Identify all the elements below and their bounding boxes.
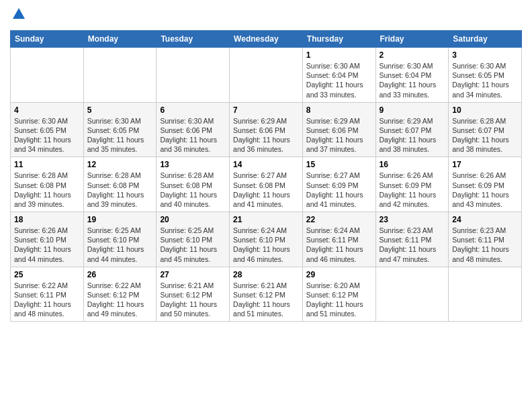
day-info: Sunrise: 6:30 AM Sunset: 6:04 PM Dayligh… [306, 61, 372, 99]
day-number: 4 [14, 105, 80, 115]
day-number: 5 [87, 105, 153, 115]
day-number: 6 [160, 105, 226, 115]
day-info: Sunrise: 6:26 AM Sunset: 6:10 PM Dayligh… [14, 226, 80, 264]
day-number: 26 [87, 270, 153, 279]
day-info: Sunrise: 6:21 AM Sunset: 6:12 PM Dayligh… [160, 281, 226, 319]
day-info: Sunrise: 6:28 AM Sunset: 6:07 PM Dayligh… [452, 116, 518, 154]
day-info: Sunrise: 6:26 AM Sunset: 6:09 PM Dayligh… [452, 171, 518, 209]
day-number: 11 [14, 160, 80, 169]
calendar-cell: 5Sunrise: 6:30 AM Sunset: 6:05 PM Daylig… [83, 102, 157, 157]
calendar-cell: 27Sunrise: 6:21 AM Sunset: 6:12 PM Dayli… [157, 267, 230, 322]
day-number: 20 [160, 215, 226, 224]
calendar-week-row: 11Sunrise: 6:28 AM Sunset: 6:08 PM Dayli… [11, 157, 522, 212]
day-number: 14 [233, 160, 299, 169]
calendar-cell [449, 267, 522, 322]
day-number: 15 [306, 160, 372, 169]
day-number: 2 [380, 50, 445, 60]
day-number: 17 [452, 160, 518, 169]
day-number: 29 [306, 270, 372, 279]
calendar-cell: 9Sunrise: 6:29 AM Sunset: 6:07 PM Daylig… [375, 102, 449, 157]
day-info: Sunrise: 6:22 AM Sunset: 6:11 PM Dayligh… [14, 281, 80, 319]
calendar-header-tuesday: Tuesday [157, 31, 230, 48]
day-number: 18 [14, 215, 80, 224]
day-number: 8 [306, 105, 372, 115]
day-info: Sunrise: 6:25 AM Sunset: 6:10 PM Dayligh… [160, 226, 226, 264]
day-number: 23 [380, 215, 445, 224]
calendar-cell: 18Sunrise: 6:26 AM Sunset: 6:10 PM Dayli… [11, 212, 84, 267]
calendar-cell [375, 267, 449, 322]
day-info: Sunrise: 6:30 AM Sunset: 6:05 PM Dayligh… [452, 61, 518, 99]
calendar-cell: 24Sunrise: 6:23 AM Sunset: 6:11 PM Dayli… [449, 212, 522, 267]
logo [10, 7, 26, 25]
calendar-header-friday: Friday [375, 31, 449, 48]
day-info: Sunrise: 6:30 AM Sunset: 6:05 PM Dayligh… [87, 116, 153, 154]
day-info: Sunrise: 6:27 AM Sunset: 6:09 PM Dayligh… [306, 171, 372, 209]
day-info: Sunrise: 6:22 AM Sunset: 6:12 PM Dayligh… [87, 281, 153, 319]
calendar-cell: 17Sunrise: 6:26 AM Sunset: 6:09 PM Dayli… [449, 157, 522, 212]
day-info: Sunrise: 6:23 AM Sunset: 6:11 PM Dayligh… [380, 226, 445, 264]
calendar-cell: 2Sunrise: 6:30 AM Sunset: 6:04 PM Daylig… [375, 48, 449, 103]
svg-marker-0 [13, 8, 25, 19]
calendar-cell: 6Sunrise: 6:30 AM Sunset: 6:06 PM Daylig… [157, 102, 230, 157]
calendar-cell: 20Sunrise: 6:25 AM Sunset: 6:10 PM Dayli… [157, 212, 230, 267]
calendar-cell: 15Sunrise: 6:27 AM Sunset: 6:09 PM Dayli… [302, 157, 375, 212]
day-info: Sunrise: 6:23 AM Sunset: 6:11 PM Dayligh… [452, 226, 518, 264]
calendar-cell: 14Sunrise: 6:27 AM Sunset: 6:08 PM Dayli… [230, 157, 303, 212]
calendar-table: SundayMondayTuesdayWednesdayThursdayFrid… [10, 30, 522, 322]
calendar-cell: 28Sunrise: 6:21 AM Sunset: 6:12 PM Dayli… [230, 267, 303, 322]
day-info: Sunrise: 6:28 AM Sunset: 6:08 PM Dayligh… [87, 171, 153, 209]
calendar-cell: 11Sunrise: 6:28 AM Sunset: 6:08 PM Dayli… [11, 157, 84, 212]
day-info: Sunrise: 6:29 AM Sunset: 6:06 PM Dayligh… [233, 116, 299, 154]
calendar-header-wednesday: Wednesday [230, 31, 303, 48]
calendar-cell [83, 48, 157, 103]
day-number: 10 [452, 105, 518, 115]
day-number: 7 [233, 105, 299, 115]
calendar-cell: 8Sunrise: 6:29 AM Sunset: 6:06 PM Daylig… [302, 102, 375, 157]
day-number: 21 [233, 215, 299, 224]
day-info: Sunrise: 6:24 AM Sunset: 6:11 PM Dayligh… [306, 226, 372, 264]
day-info: Sunrise: 6:29 AM Sunset: 6:06 PM Dayligh… [306, 116, 372, 154]
calendar-cell: 21Sunrise: 6:24 AM Sunset: 6:10 PM Dayli… [230, 212, 303, 267]
calendar-cell: 13Sunrise: 6:28 AM Sunset: 6:08 PM Dayli… [157, 157, 230, 212]
calendar-week-row: 25Sunrise: 6:22 AM Sunset: 6:11 PM Dayli… [11, 267, 522, 322]
day-number: 9 [380, 105, 445, 115]
calendar-header-row: SundayMondayTuesdayWednesdayThursdayFrid… [11, 31, 522, 48]
day-number: 19 [87, 215, 153, 224]
calendar-cell: 22Sunrise: 6:24 AM Sunset: 6:11 PM Dayli… [302, 212, 375, 267]
day-info: Sunrise: 6:25 AM Sunset: 6:10 PM Dayligh… [87, 226, 153, 264]
calendar-cell: 1Sunrise: 6:30 AM Sunset: 6:04 PM Daylig… [302, 48, 375, 103]
day-number: 25 [14, 270, 80, 279]
calendar-cell: 23Sunrise: 6:23 AM Sunset: 6:11 PM Dayli… [375, 212, 449, 267]
calendar-cell: 7Sunrise: 6:29 AM Sunset: 6:06 PM Daylig… [230, 102, 303, 157]
calendar-cell: 29Sunrise: 6:20 AM Sunset: 6:12 PM Dayli… [302, 267, 375, 322]
calendar-cell [230, 48, 303, 103]
day-number: 28 [233, 270, 299, 279]
day-info: Sunrise: 6:29 AM Sunset: 6:07 PM Dayligh… [380, 116, 445, 154]
day-number: 16 [380, 160, 445, 169]
calendar-cell: 26Sunrise: 6:22 AM Sunset: 6:12 PM Dayli… [83, 267, 157, 322]
day-info: Sunrise: 6:20 AM Sunset: 6:12 PM Dayligh… [306, 281, 372, 319]
page-header [10, 7, 522, 25]
calendar-header-monday: Monday [83, 31, 157, 48]
calendar-cell [157, 48, 230, 103]
day-info: Sunrise: 6:28 AM Sunset: 6:08 PM Dayligh… [160, 171, 226, 209]
day-info: Sunrise: 6:30 AM Sunset: 6:04 PM Dayligh… [380, 61, 445, 99]
calendar-week-row: 18Sunrise: 6:26 AM Sunset: 6:10 PM Dayli… [11, 212, 522, 267]
calendar-cell: 19Sunrise: 6:25 AM Sunset: 6:10 PM Dayli… [83, 212, 157, 267]
day-info: Sunrise: 6:28 AM Sunset: 6:08 PM Dayligh… [14, 171, 80, 209]
day-info: Sunrise: 6:30 AM Sunset: 6:05 PM Dayligh… [14, 116, 80, 154]
day-info: Sunrise: 6:26 AM Sunset: 6:09 PM Dayligh… [380, 171, 445, 209]
calendar-header-thursday: Thursday [302, 31, 375, 48]
calendar-week-row: 1Sunrise: 6:30 AM Sunset: 6:04 PM Daylig… [11, 48, 522, 103]
day-number: 22 [306, 215, 372, 224]
calendar-cell: 25Sunrise: 6:22 AM Sunset: 6:11 PM Dayli… [11, 267, 84, 322]
calendar-header-saturday: Saturday [449, 31, 522, 48]
day-number: 13 [160, 160, 226, 169]
calendar-header-sunday: Sunday [11, 31, 84, 48]
day-info: Sunrise: 6:27 AM Sunset: 6:08 PM Dayligh… [233, 171, 299, 209]
logo-icon [11, 7, 26, 21]
day-number: 12 [87, 160, 153, 169]
day-number: 27 [160, 270, 226, 279]
calendar-week-row: 4Sunrise: 6:30 AM Sunset: 6:05 PM Daylig… [11, 102, 522, 157]
day-number: 3 [452, 50, 518, 60]
